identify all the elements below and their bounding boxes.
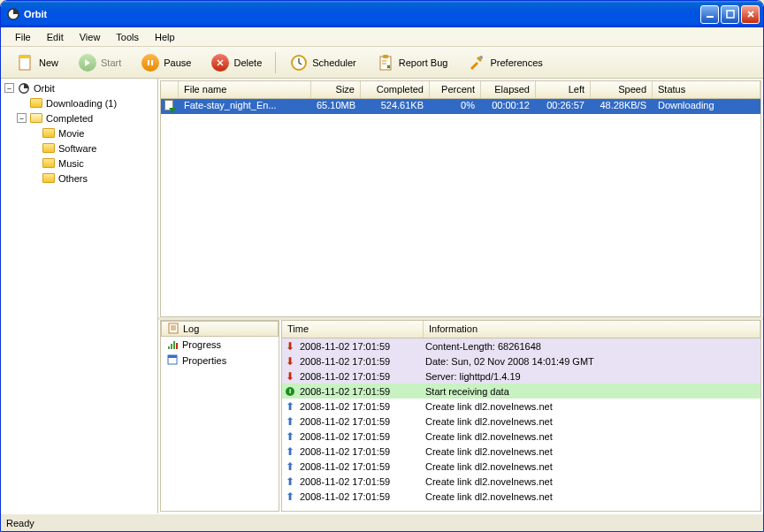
log-row[interactable]: ⬆2008-11-02 17:01:59Create link dl2.nove… xyxy=(282,399,760,414)
collapse-icon[interactable]: − xyxy=(17,113,27,123)
tree-downloading[interactable]: Downloading (1) xyxy=(3,95,156,110)
log-info: Create link dl2.novelnews.net xyxy=(424,446,760,457)
log-row[interactable]: ⬆2008-11-02 17:01:59Create link dl2.nove… xyxy=(282,444,760,459)
tab-properties-label: Properties xyxy=(182,355,226,366)
svg-rect-14 xyxy=(171,344,172,349)
tree-movie[interactable]: Movie xyxy=(3,125,156,141)
properties-icon xyxy=(166,353,179,368)
row-icon xyxy=(161,99,179,114)
close-button[interactable] xyxy=(741,5,760,24)
play-icon xyxy=(78,53,97,72)
maximize-button[interactable] xyxy=(721,5,739,24)
new-button[interactable]: New xyxy=(8,49,66,77)
log-col-info[interactable]: Information xyxy=(424,321,760,338)
tree-completed-label: Completed xyxy=(46,113,93,124)
log-info: Create link dl2.novelnews.net xyxy=(424,431,760,442)
tab-properties[interactable]: Properties xyxy=(161,353,279,369)
log-row[interactable]: ⬇2008-11-02 17:01:59Date: Sun, 02 Nov 20… xyxy=(282,353,760,369)
statusbar: Ready xyxy=(1,513,763,531)
grid-body[interactable]: Fate-stay_night_En... 65.10MB 524.61KB 0… xyxy=(161,99,760,316)
minimize-button[interactable] xyxy=(700,5,719,24)
tab-progress[interactable]: Progress xyxy=(161,337,279,353)
log-time: 2008-11-02 17:01:59 xyxy=(298,431,424,442)
arrow-up-icon: ⬆ xyxy=(286,445,294,458)
log-info: Content-Length: 68261648 xyxy=(424,341,760,352)
start-button[interactable]: Start xyxy=(70,49,129,77)
tree-software[interactable]: Software xyxy=(3,141,156,156)
svg-rect-6 xyxy=(151,60,153,65)
pause-icon xyxy=(141,53,160,72)
col-left[interactable]: Left xyxy=(536,81,591,98)
log-row[interactable]: ⬆2008-11-02 17:01:59Create link dl2.nove… xyxy=(282,489,760,504)
folder-icon xyxy=(29,97,43,110)
col-completed[interactable]: Completed xyxy=(361,81,430,98)
svg-rect-4 xyxy=(19,56,30,58)
tree-root[interactable]: − Orbit xyxy=(3,80,156,95)
tree-others-label: Others xyxy=(58,173,88,184)
col-elapsed[interactable]: Elapsed xyxy=(481,81,536,98)
reportbug-button[interactable]: Report Bug xyxy=(368,49,456,77)
delete-button[interactable]: Delete xyxy=(202,49,270,77)
folder-icon xyxy=(42,157,56,170)
tab-progress-label: Progress xyxy=(182,339,221,350)
progress-icon xyxy=(166,338,179,352)
folder-icon xyxy=(42,172,56,185)
log-col-time[interactable]: Time xyxy=(282,321,424,338)
log-row[interactable]: ⬆2008-11-02 17:01:59Create link dl2.nove… xyxy=(282,459,760,474)
svg-rect-2 xyxy=(727,11,734,18)
svg-rect-9 xyxy=(383,55,388,58)
grid-header: File name Size Completed Percent Elapsed… xyxy=(161,81,760,99)
row-elapsed: 00:00:12 xyxy=(481,99,536,114)
log-header: Time Information xyxy=(282,321,760,338)
tree-downloading-label: Downloading (1) xyxy=(46,98,117,109)
tree-others[interactable]: Others xyxy=(3,171,156,186)
tree-music[interactable]: Music xyxy=(3,156,156,171)
log-row[interactable]: ⬆2008-11-02 17:01:59Create link dl2.nove… xyxy=(282,429,760,444)
log-row[interactable]: i2008-11-02 17:01:59Start receiving data xyxy=(282,384,760,399)
clipboard-icon xyxy=(376,53,395,72)
row-percent: 0% xyxy=(430,99,481,114)
tab-log[interactable]: Log xyxy=(161,321,279,337)
titlebar[interactable]: Orbit xyxy=(1,1,763,27)
log-row[interactable]: ⬇2008-11-02 17:01:59Server: lighttpd/1.4… xyxy=(282,369,760,384)
download-row[interactable]: Fate-stay_night_En... 65.10MB 524.61KB 0… xyxy=(161,99,760,114)
scheduler-button[interactable]: Scheduler xyxy=(281,49,364,77)
menu-edit[interactable]: Edit xyxy=(40,30,71,44)
log-pane: Time Information ⬇2008-11-02 17:01:59Con… xyxy=(281,320,761,512)
menu-view[interactable]: View xyxy=(73,30,108,44)
log-time: 2008-11-02 17:01:59 xyxy=(298,356,424,367)
col-percent[interactable]: Percent xyxy=(430,81,481,98)
log-info: Start receiving data xyxy=(424,386,760,397)
arrow-up-icon: ⬆ xyxy=(286,430,294,443)
start-label: Start xyxy=(101,57,121,68)
menu-tools[interactable]: Tools xyxy=(109,30,146,44)
log-icon xyxy=(167,322,180,336)
pause-button[interactable]: Pause xyxy=(133,49,199,77)
folder-icon xyxy=(42,142,56,155)
row-speed: 48.28KB/S xyxy=(591,99,653,114)
folder-icon xyxy=(42,127,56,140)
col-icon[interactable] xyxy=(161,81,179,98)
log-info: Create link dl2.novelnews.net xyxy=(424,401,760,412)
collapse-icon[interactable]: − xyxy=(4,83,14,93)
preferences-button[interactable]: Preferences xyxy=(459,49,550,77)
col-size[interactable]: Size xyxy=(311,81,361,98)
log-time: 2008-11-02 17:01:59 xyxy=(298,461,424,472)
preferences-label: Preferences xyxy=(490,57,542,68)
clock-icon xyxy=(289,53,309,72)
tree-completed[interactable]: − Completed xyxy=(3,110,156,125)
svg-rect-15 xyxy=(173,341,175,349)
log-row[interactable]: ⬆2008-11-02 17:01:59Create link dl2.nove… xyxy=(282,414,760,429)
tabs-pane: Log Progress Properties xyxy=(160,320,279,512)
row-left: 00:26:57 xyxy=(536,99,591,114)
menu-file[interactable]: File xyxy=(8,30,38,44)
col-filename[interactable]: File name xyxy=(179,81,311,98)
log-row[interactable]: ⬆2008-11-02 17:01:59Create link dl2.nove… xyxy=(282,474,760,489)
menu-help[interactable]: Help xyxy=(148,30,182,44)
col-status[interactable]: Status xyxy=(653,81,760,98)
log-body[interactable]: ⬇2008-11-02 17:01:59Content-Length: 6826… xyxy=(282,338,760,511)
col-speed[interactable]: Speed xyxy=(591,81,653,98)
svg-rect-16 xyxy=(176,343,178,349)
log-row[interactable]: ⬇2008-11-02 17:01:59Content-Length: 6826… xyxy=(282,338,760,353)
tools-icon xyxy=(467,53,486,72)
